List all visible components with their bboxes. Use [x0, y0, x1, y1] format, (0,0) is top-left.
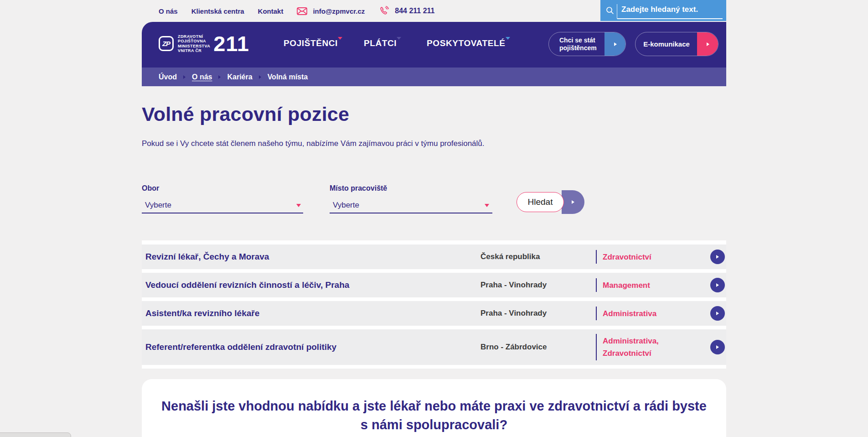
filter-label-misto-pracoviste: Místo pracoviště — [330, 184, 387, 192]
arrow-right-icon — [716, 312, 719, 315]
phone-contact: 844 211 211 — [378, 5, 434, 16]
cta-heading-line: s námi spolupracovali? — [142, 416, 726, 434]
arrow-right-icon — [716, 345, 719, 349]
job-category-divider — [596, 334, 597, 360]
job-list: Revizní lékař, Čechy a Morava Česká repu… — [142, 240, 726, 369]
job-category: Administrativa, Zdravotnictví — [603, 335, 703, 359]
job-detail-button[interactable] — [710, 250, 725, 264]
job-row[interactable]: Vedoucí oddělení revizních činností a lé… — [142, 273, 726, 297]
breadcrumb-kariera[interactable]: Kariéra — [227, 73, 252, 81]
arrow-cap[interactable] — [562, 190, 584, 214]
job-location: Praha - Vinohrady — [480, 309, 547, 318]
topbar-link-o-nas[interactable]: O nás — [159, 7, 178, 15]
search-input[interactable] — [621, 0, 722, 19]
job-detail-button[interactable] — [710, 278, 725, 292]
job-location: Brno - Zábrdovice — [480, 343, 547, 352]
envelope-icon — [297, 7, 307, 15]
job-row[interactable]: Revizní lékař, Čechy a Morava Česká repu… — [142, 245, 726, 269]
topbar-phone-link[interactable]: 844 211 211 — [395, 7, 434, 15]
nav-item-poskytovatele[interactable]: POSKYTOVATELÉ — [427, 38, 510, 48]
logo[interactable]: ZP ZDRAVOTNÍ POJIŠŤOVNA MINISTERSTVA VNI… — [159, 33, 249, 54]
arrow-right-icon — [716, 283, 719, 287]
chevron-down-icon — [397, 37, 401, 47]
zp-logo-monogram: ZP — [162, 40, 170, 47]
topbar-email-link[interactable]: info@zpmvcr.cz — [313, 7, 365, 15]
job-category-divider — [596, 307, 597, 320]
arrow-right-icon — [716, 255, 719, 259]
job-category-divider — [596, 278, 597, 292]
job-category: Management — [603, 279, 703, 291]
logo-line: ZDRAVOTNÍ — [178, 34, 210, 39]
nav-item-pojistenci[interactable]: POJIŠTĚNCI — [284, 38, 342, 48]
logo-number: 211 — [213, 33, 249, 54]
search-underline — [617, 18, 723, 19]
job-location: Praha - Vinohrady — [480, 281, 547, 290]
breadcrumb: Úvod O nás Kariéra Volná místa — [142, 68, 726, 86]
logo-text: ZDRAVOTNÍ POJIŠŤOVNA MINISTERSTVA VNITRA… — [178, 34, 210, 53]
search-icon — [605, 5, 615, 17]
main-nav: ZP ZDRAVOTNÍ POJIŠŤOVNA MINISTERSTVA VNI… — [142, 22, 726, 68]
hledat-button[interactable]: Hledat — [517, 192, 564, 212]
breadcrumb-separator-icon — [218, 75, 221, 79]
job-category: Administrativa — [603, 307, 703, 320]
button-label: E-komunikace — [636, 40, 698, 48]
chevron-down-icon — [338, 37, 342, 47]
logo-line: VNITRA ČR — [178, 48, 210, 53]
page-title: Volné pracovní pozice — [142, 103, 349, 125]
job-title[interactable]: Referent/referentka oddělení zdravotní p… — [145, 342, 336, 352]
nav-item-label: POJIŠTĚNCI — [284, 38, 338, 48]
breadcrumb-separator-icon — [259, 75, 261, 79]
cta-heading-line: Nenašli jste vhodnou nabídku a jste léka… — [142, 397, 726, 416]
chevron-down-icon — [506, 37, 510, 47]
hledat-search-button-group[interactable]: Hledat — [517, 190, 585, 215]
select-caret-icon[interactable] — [485, 204, 489, 207]
select-caret-icon[interactable] — [296, 204, 301, 207]
topbar-link-klientska-centra[interactable]: Klientská centra — [191, 7, 244, 15]
job-category-divider — [596, 250, 597, 264]
nav-item-label: PLÁTCI — [364, 38, 397, 48]
job-row[interactable]: Referent/referentka oddělení zdravotní p… — [142, 329, 726, 365]
job-title[interactable]: Vedoucí oddělení revizních činností a lé… — [145, 280, 349, 290]
misto-pracoviste-select[interactable]: Vyberte — [333, 201, 359, 210]
arrow-right-icon — [707, 42, 709, 46]
cta-card: Nenašli jste vhodnou nabídku a jste léka… — [142, 379, 726, 437]
job-detail-button[interactable] — [710, 340, 725, 354]
select-underline — [330, 213, 492, 213]
job-detail-button[interactable] — [710, 306, 725, 321]
topbar-links: O nás Klientská centra Kontakt info@zpmv… — [159, 0, 434, 22]
breadcrumb-uvod[interactable]: Úvod — [159, 73, 177, 81]
logo-line: MINISTERSTVA — [178, 44, 210, 49]
filter-label-obor: Obor — [142, 184, 159, 192]
arrow-right-icon — [614, 42, 617, 46]
search-divider — [617, 4, 617, 19]
job-location: Česká republika — [480, 252, 540, 261]
nav-item-platci[interactable]: PLÁTCI — [364, 38, 401, 48]
arrow-cap — [697, 32, 718, 56]
cookie-widget-edge[interactable] — [0, 432, 71, 437]
cta-heading: Nenašli jste vhodnou nabídku a jste léka… — [142, 397, 726, 434]
topbar: O nás Klientská centra Kontakt info@zpmv… — [0, 0, 868, 22]
job-title[interactable]: Asistent/ka revizního lékaře — [145, 308, 259, 318]
breadcrumb-volna-mista[interactable]: Volná místa — [268, 73, 308, 81]
e-komunikace-button[interactable]: E-komunikace — [635, 32, 718, 56]
breadcrumb-o-nas[interactable]: O nás — [192, 73, 212, 81]
logo-line: POJIŠŤOVNA — [178, 39, 210, 44]
job-category: Zdravotnictví — [603, 251, 703, 263]
button-label: Chci se stát pojištěncem — [559, 36, 607, 52]
phone-icon — [378, 5, 389, 16]
breadcrumb-separator-icon — [183, 75, 186, 79]
nav-item-label: POSKYTOVATELÉ — [427, 38, 506, 48]
topbar-link-kontakt[interactable]: Kontakt — [258, 7, 284, 15]
email-contact: info@zpmvcr.cz — [297, 7, 365, 15]
zp-logo-icon: ZP — [159, 36, 174, 51]
select-underline — [142, 213, 303, 213]
chci-se-stat-pojistencem-button[interactable]: Chci se stát pojištěncem — [548, 32, 626, 56]
job-title[interactable]: Revizní lékař, Čechy a Morava — [145, 252, 269, 262]
page: O nás Klientská centra Kontakt info@zpmv… — [0, 0, 868, 437]
obor-select[interactable]: Vyberte — [145, 201, 171, 210]
arrow-right-icon — [572, 200, 574, 204]
page-intro: Pokud se i Vy chcete stát členem našeho … — [142, 139, 485, 148]
search-box[interactable] — [600, 0, 726, 21]
arrow-cap — [604, 32, 626, 56]
job-row[interactable]: Asistent/ka revizního lékaře Praha - Vin… — [142, 301, 726, 326]
